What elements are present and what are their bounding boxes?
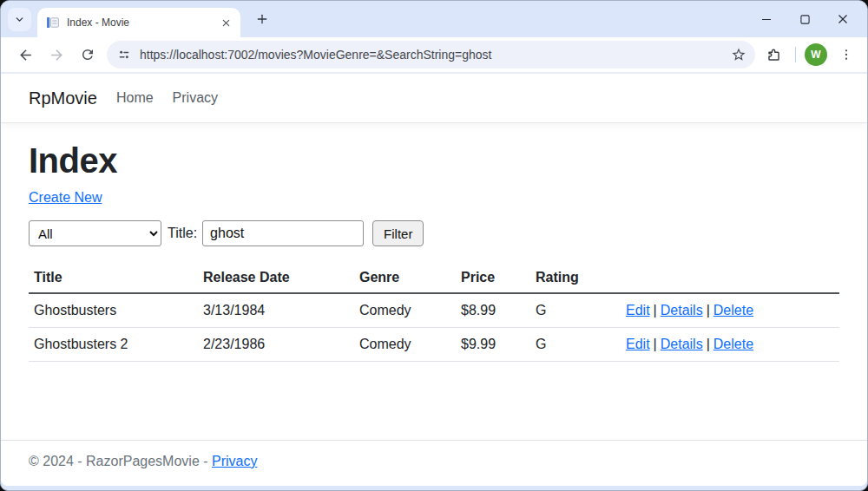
header-release-date: Release Date bbox=[198, 263, 354, 293]
title-label: Title: bbox=[168, 226, 197, 241]
cell-genre: Comedy bbox=[354, 328, 456, 362]
maximize-icon bbox=[800, 15, 810, 24]
chevron-down-icon bbox=[14, 14, 25, 25]
forward-arrow-icon bbox=[49, 47, 65, 63]
header-price: Price bbox=[456, 263, 530, 293]
url-text[interactable]: https://localhost:7002/movies?MovieGenre… bbox=[140, 48, 731, 62]
table-header-row: Title Release Date Genre Price Rating bbox=[29, 263, 839, 293]
minimize-icon bbox=[761, 14, 772, 24]
extensions-icon[interactable] bbox=[760, 42, 786, 68]
action-separator: | bbox=[707, 303, 710, 318]
search-input[interactable] bbox=[202, 220, 364, 246]
site-navbar: RpMovie Home Privacy bbox=[1, 74, 867, 123]
back-button[interactable] bbox=[11, 41, 39, 69]
delete-link[interactable]: Delete bbox=[713, 337, 753, 351]
browser-toolbar: https://localhost:7002/movies?MovieGenre… bbox=[1, 37, 867, 74]
header-genre: Genre bbox=[354, 263, 456, 293]
tab-search-button[interactable] bbox=[8, 8, 31, 31]
cell-title: Ghostbusters bbox=[29, 293, 198, 328]
header-title: Title bbox=[29, 263, 198, 293]
action-separator: | bbox=[654, 303, 657, 318]
cell-price: $9.99 bbox=[456, 328, 530, 362]
toolbar-divider bbox=[795, 47, 796, 62]
nav-link-privacy[interactable]: Privacy bbox=[173, 90, 218, 106]
site-favicon-icon bbox=[46, 16, 60, 29]
reload-icon bbox=[80, 47, 95, 62]
cell-genre: Comedy bbox=[354, 293, 456, 328]
browser-menu-button[interactable] bbox=[834, 43, 858, 67]
plus-icon bbox=[256, 13, 268, 25]
site-settings-icon[interactable] bbox=[117, 48, 131, 62]
browser-tab[interactable]: Index - Movie bbox=[37, 8, 240, 37]
edit-link[interactable]: Edit bbox=[626, 337, 650, 351]
tab-strip: Index - Movie bbox=[1, 1, 867, 37]
filter-form: All Title: Filter bbox=[29, 220, 839, 246]
details-link[interactable]: Details bbox=[661, 337, 703, 351]
back-arrow-icon bbox=[17, 47, 34, 63]
forward-button[interactable] bbox=[43, 41, 70, 69]
cell-rating: G bbox=[530, 293, 621, 328]
action-separator: | bbox=[707, 337, 710, 351]
header-actions bbox=[621, 263, 839, 293]
cell-actions: Edit|Details|Delete bbox=[621, 328, 839, 362]
table-row: Ghostbusters 2 2/23/1986 Comedy $9.99 G … bbox=[29, 328, 839, 362]
genre-select[interactable]: All bbox=[29, 220, 161, 246]
delete-link[interactable]: Delete bbox=[713, 303, 753, 318]
cell-release-date: 3/13/1984 bbox=[198, 293, 354, 328]
browser-window: Index - Movie bbox=[0, 0, 868, 491]
footer-privacy-link[interactable]: Privacy bbox=[212, 454, 257, 468]
cell-actions: Edit|Details|Delete bbox=[621, 293, 839, 328]
close-window-button[interactable] bbox=[824, 5, 862, 33]
movies-table: Title Release Date Genre Price Rating Gh… bbox=[29, 263, 839, 362]
window-controls bbox=[747, 1, 862, 37]
cell-release-date: 2/23/1986 bbox=[198, 328, 354, 362]
table-row: Ghostbusters 3/13/1984 Comedy $8.99 G Ed… bbox=[29, 293, 839, 328]
nav-link-home[interactable]: Home bbox=[116, 90, 154, 106]
kebab-menu-icon bbox=[839, 48, 853, 62]
filter-button[interactable]: Filter bbox=[372, 220, 424, 246]
tab-close-icon[interactable] bbox=[219, 16, 233, 30]
reload-button[interactable] bbox=[74, 41, 102, 69]
tab-title: Index - Movie bbox=[67, 16, 219, 29]
copyright-text: © 2024 - RazorPagesMovie - bbox=[29, 454, 208, 468]
main-content: Index Create New All Title: Filter Title… bbox=[1, 123, 867, 440]
create-new-link[interactable]: Create New bbox=[29, 190, 102, 206]
new-tab-button[interactable] bbox=[251, 8, 273, 30]
brand-link[interactable]: RpMovie bbox=[29, 88, 97, 108]
header-rating: Rating bbox=[530, 263, 621, 293]
web-page: RpMovie Home Privacy Index Create New Al… bbox=[1, 74, 867, 486]
cell-price: $8.99 bbox=[456, 293, 530, 328]
bookmark-star-icon[interactable] bbox=[731, 47, 746, 62]
profile-avatar[interactable]: W bbox=[805, 43, 827, 66]
details-link[interactable]: Details bbox=[661, 303, 703, 318]
maximize-button[interactable] bbox=[786, 5, 824, 33]
minimize-button[interactable] bbox=[747, 5, 786, 33]
page-title: Index bbox=[29, 141, 839, 180]
site-footer: © 2024 - RazorPagesMovie - Privacy bbox=[1, 440, 867, 486]
cell-title: Ghostbusters 2 bbox=[29, 328, 198, 362]
action-separator: | bbox=[654, 337, 657, 351]
address-bar[interactable]: https://localhost:7002/movies?MovieGenre… bbox=[107, 41, 755, 69]
edit-link[interactable]: Edit bbox=[626, 303, 650, 318]
close-icon bbox=[838, 14, 848, 24]
cell-rating: G bbox=[530, 328, 621, 362]
nav-links: Home Privacy bbox=[116, 90, 218, 106]
